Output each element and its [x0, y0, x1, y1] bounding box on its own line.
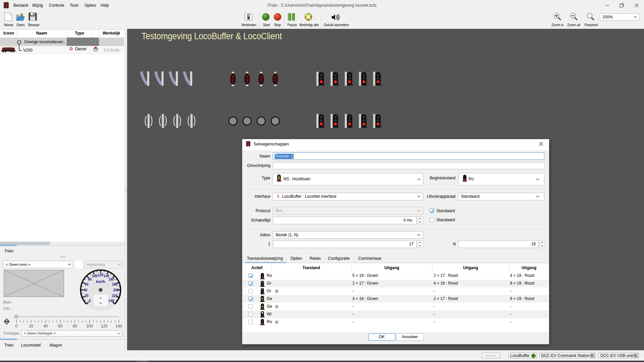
svg-text:140: 140 [115, 324, 122, 328]
svg-text:0: 0 [15, 324, 18, 328]
svg-text:120: 120 [101, 324, 107, 328]
svg-text:60: 60 [58, 324, 63, 328]
svg-text:80: 80 [88, 278, 92, 281]
svg-text:km/h: km/h [96, 280, 105, 284]
svg-text:20: 20 [85, 294, 89, 298]
svg-text:160: 160 [109, 278, 114, 281]
svg-text:100: 100 [86, 324, 93, 328]
svg-text:0: 0 [89, 299, 91, 303]
svg-text:80: 80 [73, 324, 77, 328]
svg-text:60: 60 [85, 283, 89, 286]
svg-text:220: 220 [112, 294, 118, 298]
svg-text:240: 240 [109, 299, 114, 303]
svg-text:100: 100 [92, 274, 98, 278]
svg-text:40: 40 [84, 288, 88, 292]
svg-text:120: 120 [98, 273, 104, 277]
svg-text:40: 40 [43, 324, 48, 328]
svg-text:20: 20 [29, 324, 34, 328]
svg-text:200: 200 [113, 288, 119, 292]
svg-text:180: 180 [112, 283, 118, 286]
